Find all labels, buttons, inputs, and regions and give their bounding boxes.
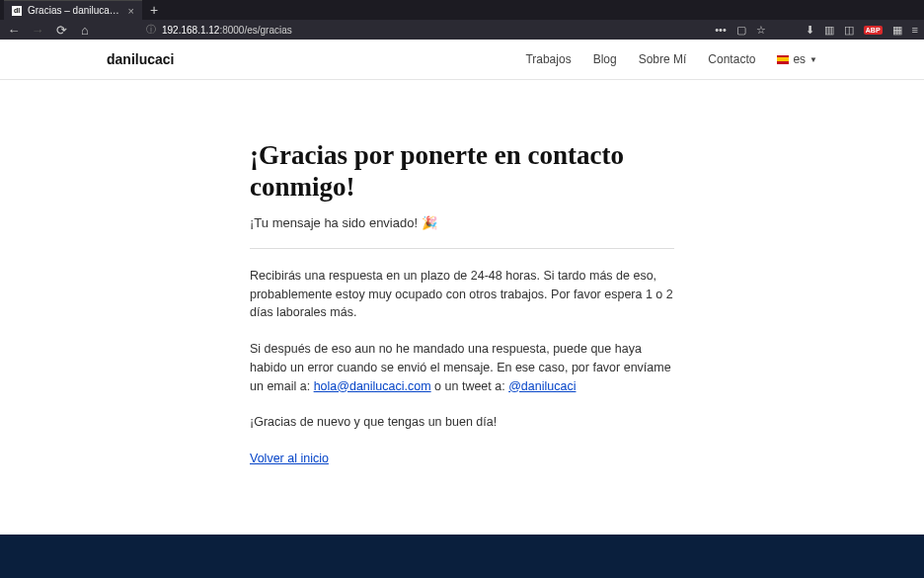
more-icon[interactable]: •••	[715, 24, 727, 36]
tab-title: Gracias – danilucaci.com | Dise	[28, 5, 122, 16]
page-title: ¡Gracias por ponerte en contacto conmigo…	[250, 139, 674, 204]
site-footer	[0, 535, 924, 578]
reload-button[interactable]: ⟳	[53, 23, 69, 38]
logo[interactable]: danilucaci	[107, 51, 174, 67]
paragraph-2: Si después de eso aun no he mandado una …	[250, 340, 674, 395]
language-selector[interactable]: es ▼	[777, 52, 817, 66]
site-header: danilucaci Trabajos Blog Sobre Mí Contac…	[0, 40, 924, 80]
page: danilucaci Trabajos Blog Sobre Mí Contac…	[0, 40, 924, 578]
spain-flag-icon	[777, 55, 789, 64]
url-text: 192.168.1.12:8000/es/gracias	[162, 25, 292, 36]
subtitle: ¡Tu mensaje ha sido enviado! 🎉	[250, 215, 674, 230]
nav-trabajos[interactable]: Trabajos	[525, 52, 571, 66]
divider	[250, 248, 674, 249]
home-button[interactable]: ⌂	[77, 23, 93, 38]
reader-icon[interactable]: ▢	[736, 24, 746, 37]
nav-sobre-mi[interactable]: Sobre Mí	[639, 52, 687, 66]
back-button[interactable]: ←	[6, 23, 22, 38]
back-to-home-link[interactable]: Volver al inicio	[250, 452, 329, 465]
twitter-link[interactable]: @danilucaci	[508, 379, 576, 393]
browser-tab[interactable]: dl Gracias – danilucaci.com | Dise ×	[4, 0, 142, 20]
download-icon[interactable]: ⬇	[806, 24, 814, 37]
email-link[interactable]: hola@danilucaci.com	[314, 379, 431, 393]
nav-contacto[interactable]: Contacto	[708, 52, 755, 66]
tab-bar: dl Gracias – danilucaci.com | Dise × +	[0, 0, 924, 20]
language-label: es	[793, 52, 806, 66]
tab-close-icon[interactable]: ×	[128, 5, 134, 17]
tab-favicon: dl	[12, 6, 22, 16]
main-nav: Trabajos Blog Sobre Mí Contacto es ▼	[525, 52, 817, 66]
toolbar-right: ••• ▢ ☆ ⬇ ▥ ◫ ABP ▦ ≡	[715, 24, 918, 37]
sidebar-icon[interactable]: ◫	[844, 24, 854, 37]
new-tab-button[interactable]: +	[142, 0, 166, 20]
url-bar[interactable]: ⓘ 192.168.1.12:8000/es/gracias	[140, 22, 667, 38]
bookmark-icon[interactable]: ☆	[756, 24, 766, 37]
nav-blog[interactable]: Blog	[593, 52, 617, 66]
abp-icon[interactable]: ABP	[864, 26, 883, 35]
forward-button[interactable]: →	[30, 23, 45, 38]
paragraph-1: Recibirás una respuesta en un plazo de 2…	[250, 267, 674, 322]
extensions-icon[interactable]: ▦	[892, 24, 902, 37]
info-icon: ⓘ	[146, 23, 156, 37]
paragraph-3: ¡Gracias de nuevo y que tengas un buen d…	[250, 413, 674, 432]
chevron-down-icon: ▼	[809, 55, 817, 64]
menu-icon[interactable]: ≡	[912, 24, 918, 36]
main-content: ¡Gracias por ponerte en contacto conmigo…	[250, 139, 674, 526]
browser-toolbar: ← → ⟳ ⌂ ⓘ 192.168.1.12:8000/es/gracias •…	[0, 20, 924, 40]
browser-chrome: dl Gracias – danilucaci.com | Dise × + ←…	[0, 0, 924, 40]
library-icon[interactable]: ▥	[824, 24, 834, 37]
